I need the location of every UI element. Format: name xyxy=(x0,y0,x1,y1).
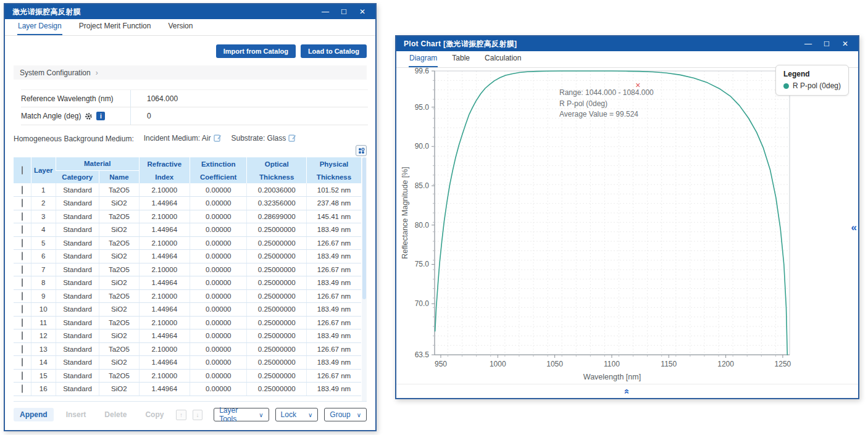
table-cell[interactable]: SiO2 xyxy=(99,223,139,237)
layer-checkbox[interactable] xyxy=(22,239,23,247)
table-cell[interactable]: SiO2 xyxy=(99,383,139,396)
table-cell[interactable]: Standard xyxy=(56,263,99,276)
table-cell[interactable]: 0.00000 xyxy=(190,303,246,317)
table-cell[interactable]: 1 xyxy=(31,183,56,197)
table-cell[interactable]: 1.44964 xyxy=(139,383,190,396)
table-cell[interactable]: SiO2 xyxy=(99,276,139,290)
table-cell[interactable]: 0.25000000 xyxy=(247,236,307,250)
insert-button[interactable]: Insert xyxy=(60,408,93,421)
table-cell[interactable]: 0.25000000 xyxy=(247,316,307,329)
table-cell[interactable]: 1.44964 xyxy=(139,303,190,317)
layer-checkbox[interactable] xyxy=(22,212,23,221)
table-cell[interactable]: SiO2 xyxy=(99,250,139,263)
table-cell[interactable]: SiO2 xyxy=(99,356,139,370)
table-cell[interactable]: 183.49 nm xyxy=(306,250,361,263)
maximize-icon[interactable]: ☐ xyxy=(336,6,352,18)
table-cell[interactable]: 0.25000000 xyxy=(247,356,307,370)
table-row[interactable]: 2StandardSiO21.449640.000000.32356000237… xyxy=(14,197,361,210)
table-cell[interactable]: 0.00000 xyxy=(190,356,246,370)
table-cell[interactable]: 0.00000 xyxy=(190,316,246,329)
table-row[interactable]: 7StandardTa2O52.100000.000000.2500000012… xyxy=(14,263,361,276)
info-icon[interactable]: i xyxy=(96,112,105,120)
table-cell[interactable]: 126.67 nm xyxy=(306,369,361,383)
table-cell[interactable]: Standard xyxy=(56,183,99,197)
table-cell[interactable]: 0.25000000 xyxy=(247,263,307,276)
delete-button[interactable]: Delete xyxy=(98,408,133,421)
table-cell[interactable]: SiO2 xyxy=(99,197,139,210)
table-cell[interactable]: 126.67 nm xyxy=(306,342,361,356)
table-cell[interactable]: Standard xyxy=(56,342,99,356)
table-cell[interactable]: 101.52 nm xyxy=(306,183,361,197)
table-cell[interactable]: 5 xyxy=(31,236,56,250)
table-row[interactable]: 1StandardTa2O52.100000.000000.2003600010… xyxy=(14,183,361,197)
table-cell[interactable]: 0.32356000 xyxy=(247,197,307,210)
table-cell[interactable]: Standard xyxy=(56,329,99,343)
layer-checkbox[interactable] xyxy=(22,358,23,367)
table-cell[interactable]: 0.00000 xyxy=(190,329,246,343)
chart-legend[interactable]: Legend R P-pol (0deg) xyxy=(775,65,849,96)
table-cell[interactable]: 0.25000000 xyxy=(247,369,307,383)
table-cell[interactable]: 2.10000 xyxy=(139,342,190,356)
table-cell[interactable]: 0.25000000 xyxy=(247,289,307,303)
table-cell[interactable]: 237.48 nm xyxy=(306,197,361,210)
layer-checkbox[interactable] xyxy=(22,384,23,393)
load-to-catalog-button[interactable]: Load to Catalog xyxy=(301,44,367,58)
table-cell[interactable]: Standard xyxy=(56,236,99,250)
table-row[interactable]: 5StandardTa2O52.100000.000000.2500000012… xyxy=(14,236,361,250)
table-cell[interactable]: 0.00000 xyxy=(190,236,246,250)
table-cell[interactable]: 2.10000 xyxy=(139,316,190,329)
table-cell[interactable]: 7 xyxy=(31,263,56,276)
maximize-icon[interactable]: ☐ xyxy=(819,38,835,50)
gear-icon[interactable] xyxy=(85,112,93,120)
table-row[interactable]: 4StandardSiO21.449640.000000.25000000183… xyxy=(14,223,361,237)
table-cell[interactable]: Ta2O5 xyxy=(99,342,139,356)
table-cell[interactable]: 0.25000000 xyxy=(247,250,307,263)
layer-checkbox[interactable] xyxy=(22,252,23,260)
table-cell[interactable]: 12 xyxy=(31,329,56,343)
expand-up-icon[interactable]: « xyxy=(623,389,632,394)
table-cell[interactable]: Standard xyxy=(56,289,99,303)
group-dropdown[interactable]: Group∨ xyxy=(324,408,367,421)
table-row[interactable]: 15StandardTa2O52.100000.000000.250000001… xyxy=(14,369,361,383)
table-cell[interactable]: 1.44964 xyxy=(139,250,190,263)
table-cell[interactable]: 126.67 nm xyxy=(306,316,361,329)
minimize-icon[interactable]: — xyxy=(317,6,333,18)
table-row[interactable]: 14StandardSiO21.449640.000000.2500000018… xyxy=(14,356,361,370)
layer-checkbox[interactable] xyxy=(22,292,23,300)
table-row[interactable]: 8StandardSiO21.449640.000000.25000000183… xyxy=(14,276,361,290)
system-configuration-expander[interactable]: System Configuration › xyxy=(14,65,367,80)
select-all-checkbox[interactable] xyxy=(22,166,23,175)
table-scrollbar[interactable] xyxy=(362,157,367,401)
table-cell[interactable]: 11 xyxy=(31,316,56,329)
table-cell[interactable]: Ta2O5 xyxy=(99,263,139,276)
match-angle-field[interactable]: 0 xyxy=(131,112,151,120)
close-icon[interactable]: ✕ xyxy=(837,38,853,50)
table-cell[interactable]: Standard xyxy=(56,303,99,317)
table-row[interactable]: 10StandardSiO21.449640.000000.2500000018… xyxy=(14,303,361,317)
table-cell[interactable]: 1.44964 xyxy=(139,197,190,210)
edit-incident-medium-icon[interactable] xyxy=(214,134,222,144)
table-cell[interactable]: 0.00000 xyxy=(190,369,246,383)
table-cell[interactable]: 2.10000 xyxy=(139,263,190,276)
left-titlebar[interactable]: 激光谐振腔高反射膜 — ☐ ✕ xyxy=(5,4,375,19)
table-cell[interactable]: 10 xyxy=(31,303,56,317)
table-cell[interactable]: Standard xyxy=(56,383,99,396)
layer-checkbox[interactable] xyxy=(22,345,23,354)
copy-button[interactable]: Copy xyxy=(139,408,170,421)
table-cell[interactable]: Standard xyxy=(56,210,99,223)
table-cell[interactable]: 2.10000 xyxy=(139,210,190,223)
table-cell[interactable]: 183.49 nm xyxy=(306,329,361,343)
table-cell[interactable]: Ta2O5 xyxy=(99,236,139,250)
collapse-panel-icon[interactable]: « xyxy=(851,222,857,233)
table-cell[interactable]: 0.00000 xyxy=(190,383,246,396)
table-cell[interactable]: Ta2O5 xyxy=(99,210,139,223)
table-cell[interactable]: 0.00000 xyxy=(190,289,246,303)
tab-project-merit-function[interactable]: Project Merit Function xyxy=(78,19,152,35)
table-cell[interactable]: 1.44964 xyxy=(139,329,190,343)
table-cell[interactable]: Ta2O5 xyxy=(99,183,139,197)
table-cell[interactable]: 183.49 nm xyxy=(306,223,361,237)
table-cell[interactable]: 6 xyxy=(31,250,56,263)
layer-checkbox[interactable] xyxy=(22,278,23,287)
table-cell[interactable]: 0.25000000 xyxy=(247,329,307,343)
layer-checkbox[interactable] xyxy=(22,225,23,234)
